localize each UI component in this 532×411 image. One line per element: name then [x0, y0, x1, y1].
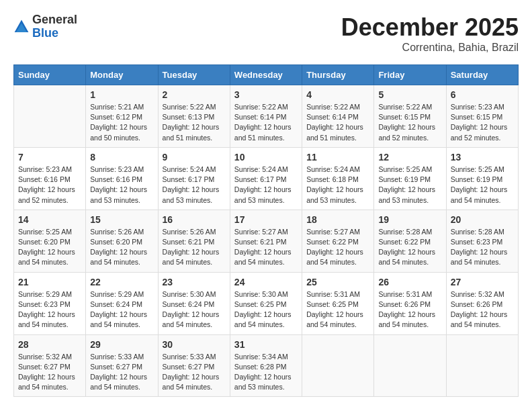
- table-row: 19Sunrise: 5:28 AM Sunset: 6:22 PM Dayli…: [374, 210, 446, 272]
- calendar-week-row: 14Sunrise: 5:25 AM Sunset: 6:20 PM Dayli…: [14, 210, 519, 272]
- day-info: Sunrise: 5:28 AM Sunset: 6:22 PM Dayligh…: [378, 227, 441, 268]
- table-row: 29Sunrise: 5:33 AM Sunset: 6:27 PM Dayli…: [86, 334, 158, 397]
- day-number: 13: [451, 152, 514, 163]
- table-row: 14Sunrise: 5:25 AM Sunset: 6:20 PM Dayli…: [14, 210, 86, 272]
- table-row: 8Sunrise: 5:23 AM Sunset: 6:16 PM Daylig…: [86, 147, 158, 210]
- day-number: 8: [90, 152, 153, 163]
- table-row: 26Sunrise: 5:31 AM Sunset: 6:26 PM Dayli…: [374, 272, 446, 334]
- day-number: 3: [234, 89, 298, 100]
- day-number: 15: [90, 214, 153, 225]
- table-row: 25Sunrise: 5:31 AM Sunset: 6:25 PM Dayli…: [302, 272, 374, 334]
- calendar-table: Sunday Monday Tuesday Wednesday Thursday…: [13, 64, 519, 397]
- table-row: 17Sunrise: 5:27 AM Sunset: 6:21 PM Dayli…: [230, 210, 302, 272]
- table-row: 9Sunrise: 5:24 AM Sunset: 6:17 PM Daylig…: [158, 147, 230, 210]
- day-number: 10: [234, 152, 298, 163]
- table-row: 28Sunrise: 5:32 AM Sunset: 6:27 PM Dayli…: [14, 334, 86, 397]
- col-tuesday: Tuesday: [158, 65, 230, 85]
- table-row: 24Sunrise: 5:30 AM Sunset: 6:25 PM Dayli…: [230, 272, 302, 334]
- table-row: [14, 85, 86, 148]
- day-number: 5: [378, 89, 441, 100]
- day-info: Sunrise: 5:31 AM Sunset: 6:25 PM Dayligh…: [306, 289, 369, 330]
- table-row: [302, 334, 374, 397]
- day-number: 29: [90, 339, 153, 350]
- day-number: 19: [378, 214, 441, 225]
- calendar-header-row: Sunday Monday Tuesday Wednesday Thursday…: [14, 65, 519, 85]
- day-number: 2: [163, 89, 226, 100]
- logo-blue-text: Blue: [32, 27, 77, 40]
- day-number: 4: [306, 89, 369, 100]
- day-number: 26: [378, 277, 441, 287]
- table-row: 23Sunrise: 5:30 AM Sunset: 6:24 PM Dayli…: [158, 272, 230, 334]
- day-info: Sunrise: 5:27 AM Sunset: 6:22 PM Dayligh…: [306, 227, 369, 268]
- logo-icon: [13, 19, 30, 35]
- table-row: 20Sunrise: 5:28 AM Sunset: 6:23 PM Dayli…: [446, 210, 518, 272]
- day-info: Sunrise: 5:31 AM Sunset: 6:26 PM Dayligh…: [378, 289, 441, 330]
- day-number: 9: [163, 152, 226, 163]
- day-number: 25: [306, 277, 369, 287]
- page-header: General Blue December 2025 Correntina, B…: [13, 13, 519, 54]
- table-row: 22Sunrise: 5:29 AM Sunset: 6:24 PM Dayli…: [86, 272, 158, 334]
- day-info: Sunrise: 5:30 AM Sunset: 6:24 PM Dayligh…: [163, 289, 226, 330]
- day-info: Sunrise: 5:25 AM Sunset: 6:19 PM Dayligh…: [451, 165, 514, 205]
- col-monday: Monday: [86, 65, 158, 85]
- day-number: 27: [451, 277, 514, 287]
- day-info: Sunrise: 5:24 AM Sunset: 6:17 PM Dayligh…: [163, 165, 226, 205]
- table-row: 13Sunrise: 5:25 AM Sunset: 6:19 PM Dayli…: [446, 147, 518, 210]
- day-number: 14: [18, 214, 81, 225]
- day-number: 30: [163, 339, 226, 350]
- table-row: 31Sunrise: 5:34 AM Sunset: 6:28 PM Dayli…: [230, 334, 302, 397]
- day-number: 6: [451, 89, 514, 100]
- day-info: Sunrise: 5:33 AM Sunset: 6:27 PM Dayligh…: [90, 352, 153, 393]
- day-number: 21: [18, 277, 81, 287]
- table-row: 3Sunrise: 5:22 AM Sunset: 6:14 PM Daylig…: [230, 85, 302, 148]
- day-info: Sunrise: 5:32 AM Sunset: 6:26 PM Dayligh…: [451, 289, 514, 330]
- day-info: Sunrise: 5:23 AM Sunset: 6:16 PM Dayligh…: [90, 165, 153, 205]
- table-row: 4Sunrise: 5:22 AM Sunset: 6:14 PM Daylig…: [302, 85, 374, 148]
- day-number: 20: [451, 214, 514, 225]
- day-number: 24: [234, 277, 298, 287]
- day-info: Sunrise: 5:23 AM Sunset: 6:16 PM Dayligh…: [18, 165, 81, 205]
- day-info: Sunrise: 5:21 AM Sunset: 6:12 PM Dayligh…: [90, 102, 153, 143]
- day-info: Sunrise: 5:22 AM Sunset: 6:13 PM Dayligh…: [163, 102, 226, 143]
- col-sunday: Sunday: [14, 65, 86, 85]
- day-number: 22: [90, 277, 153, 287]
- day-info: Sunrise: 5:25 AM Sunset: 6:20 PM Dayligh…: [18, 227, 81, 268]
- calendar-week-row: 21Sunrise: 5:29 AM Sunset: 6:23 PM Dayli…: [14, 272, 519, 334]
- col-thursday: Thursday: [302, 65, 374, 85]
- table-row: 27Sunrise: 5:32 AM Sunset: 6:26 PM Dayli…: [446, 272, 518, 334]
- table-row: 11Sunrise: 5:24 AM Sunset: 6:18 PM Dayli…: [302, 147, 374, 210]
- calendar-week-row: 1Sunrise: 5:21 AM Sunset: 6:12 PM Daylig…: [14, 85, 519, 148]
- day-number: 17: [234, 214, 298, 225]
- col-saturday: Saturday: [446, 65, 518, 85]
- title-block: December 2025 Correntina, Bahia, Brazil: [341, 13, 519, 54]
- table-row: 6Sunrise: 5:23 AM Sunset: 6:15 PM Daylig…: [446, 85, 518, 148]
- day-number: 28: [18, 339, 81, 350]
- table-row: [374, 334, 446, 397]
- day-number: 18: [306, 214, 369, 225]
- col-friday: Friday: [374, 65, 446, 85]
- day-number: 16: [163, 214, 226, 225]
- day-number: 23: [163, 277, 226, 287]
- day-number: 31: [234, 339, 298, 350]
- logo: General Blue: [13, 13, 77, 40]
- day-info: Sunrise: 5:29 AM Sunset: 6:23 PM Dayligh…: [18, 289, 81, 330]
- month-title: December 2025: [341, 13, 519, 42]
- day-info: Sunrise: 5:25 AM Sunset: 6:19 PM Dayligh…: [378, 165, 441, 205]
- table-row: 5Sunrise: 5:22 AM Sunset: 6:15 PM Daylig…: [374, 85, 446, 148]
- day-number: 7: [18, 152, 81, 163]
- table-row: 10Sunrise: 5:24 AM Sunset: 6:17 PM Dayli…: [230, 147, 302, 210]
- table-row: 1Sunrise: 5:21 AM Sunset: 6:12 PM Daylig…: [86, 85, 158, 148]
- day-info: Sunrise: 5:26 AM Sunset: 6:21 PM Dayligh…: [163, 227, 226, 268]
- col-wednesday: Wednesday: [230, 65, 302, 85]
- day-info: Sunrise: 5:28 AM Sunset: 6:23 PM Dayligh…: [451, 227, 514, 268]
- day-info: Sunrise: 5:32 AM Sunset: 6:27 PM Dayligh…: [18, 352, 81, 393]
- day-number: 12: [378, 152, 441, 163]
- day-info: Sunrise: 5:26 AM Sunset: 6:20 PM Dayligh…: [90, 227, 153, 268]
- day-info: Sunrise: 5:22 AM Sunset: 6:14 PM Dayligh…: [234, 102, 298, 143]
- day-info: Sunrise: 5:34 AM Sunset: 6:28 PM Dayligh…: [234, 352, 298, 393]
- calendar-week-row: 28Sunrise: 5:32 AM Sunset: 6:27 PM Dayli…: [14, 334, 519, 397]
- day-number: 1: [90, 89, 153, 100]
- table-row: 7Sunrise: 5:23 AM Sunset: 6:16 PM Daylig…: [14, 147, 86, 210]
- day-info: Sunrise: 5:29 AM Sunset: 6:24 PM Dayligh…: [90, 289, 153, 330]
- table-row: [446, 334, 518, 397]
